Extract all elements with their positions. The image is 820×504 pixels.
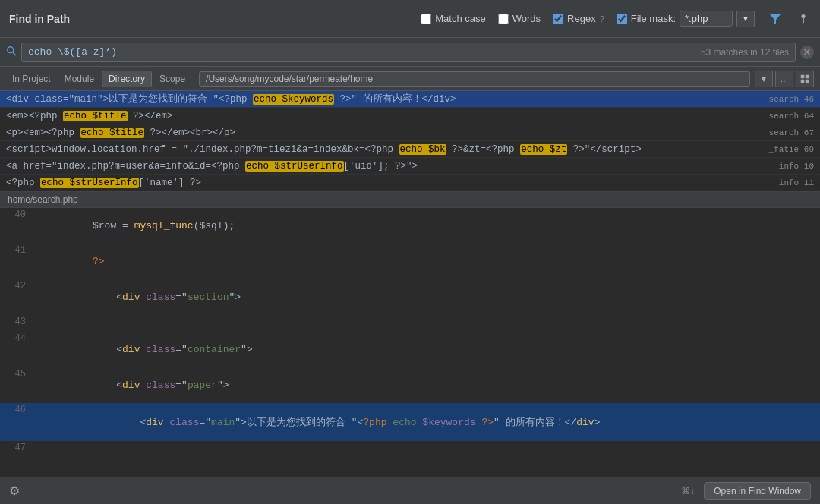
match-case-checkbox[interactable]: [421, 14, 431, 24]
pin-icon: [798, 14, 809, 24]
line-number: 46: [3, 403, 33, 415]
scope-path-buttons: ▼ …: [755, 71, 814, 87]
code-line-highlighted: 46 <div class="main">以下是为您找到的符合 "<?php e…: [0, 403, 820, 441]
svg-rect-7: [801, 79, 805, 83]
result-code: <script>window.location.href = "./index.…: [6, 144, 763, 155]
result-row[interactable]: <div class="main">以下是为您找到的符合 "<?php echo…: [0, 91, 820, 108]
tab-in-project[interactable]: In Project: [6, 71, 57, 87]
line-content: <ul class="list-unstyled">: [33, 441, 820, 454]
words-label[interactable]: Words: [512, 13, 541, 24]
words-option: Words: [498, 13, 541, 24]
match-case-option: Match case: [421, 13, 485, 24]
search-bar: echo \$([a-z]*) 53 matches in 12 files ×: [0, 38, 820, 67]
results-list: <div class="main">以下是为您找到的符合 "<?php echo…: [0, 91, 820, 191]
result-code: <p><em><?php echo $title ?></em><br></p>: [6, 128, 763, 138]
line-content: <div class="container">: [33, 332, 820, 367]
search-query: echo \$([a-z]*): [28, 46, 701, 58]
toolbar: Find in Path Match case Words Regex ? Fi…: [0, 0, 820, 38]
result-file: info 11: [779, 178, 814, 187]
result-row[interactable]: <a href="index.php?m=user&a=info&id=<?ph…: [0, 158, 820, 175]
file-label: home/search.php: [0, 191, 820, 208]
file-mask-checkbox[interactable]: [617, 14, 627, 24]
line-number: 41: [3, 244, 33, 256]
result-row[interactable]: <?php echo $strUserInfo['name'] ?> info …: [0, 175, 820, 191]
line-number: 47: [3, 441, 33, 453]
line-number: 40: [3, 208, 33, 220]
result-file: search 64: [769, 112, 814, 121]
status-bar: ⚙ ⌘↓ Open in Find Window: [0, 477, 820, 504]
filter-icon: [769, 13, 781, 25]
result-code: <em><?php echo $title ?></em>: [6, 111, 763, 121]
result-code: <a href="index.php?m=user&a=info&id=<?ph…: [6, 161, 773, 172]
svg-marker-0: [770, 14, 781, 24]
code-editor: ⚙ C F S O 40 $row = mysql_func($sql); 41…: [0, 208, 820, 454]
scope-recursive-btn[interactable]: [796, 71, 814, 87]
pin-icon-btn[interactable]: [796, 11, 811, 27]
regex-hint: ?: [600, 14, 604, 24]
file-mask-input[interactable]: [680, 11, 733, 27]
scope-path: /Users/song/mycode/star/permeate/home: [199, 71, 750, 87]
result-row[interactable]: <script>window.location.href = "./index.…: [0, 141, 820, 158]
line-number: 42: [3, 279, 33, 291]
svg-rect-2: [803, 18, 804, 23]
result-file: _fatie 69: [769, 145, 814, 154]
search-input-wrap: echo \$([a-z]*) 53 matches in 12 files: [21, 43, 796, 62]
tab-module[interactable]: Module: [58, 71, 100, 87]
filter-icon-btn[interactable]: [767, 11, 784, 27]
file-mask-label[interactable]: File mask:: [631, 13, 676, 24]
search-close-btn[interactable]: ×: [800, 46, 814, 59]
code-line: 45 <div class="paper">: [0, 367, 820, 403]
search-icon: [6, 46, 17, 58]
settings-icon-btn[interactable]: ⚙: [9, 484, 20, 498]
regex-label[interactable]: Regex: [567, 13, 596, 24]
regex-option: Regex ?: [553, 13, 604, 24]
line-content: <div class="section">: [33, 279, 820, 315]
result-row[interactable]: <em><?php echo $title ?></em> search 64: [0, 108, 820, 124]
scope-path-browse-btn[interactable]: ▼: [755, 71, 773, 87]
keyboard-shortcut: ⌘↓: [681, 486, 695, 496]
code-line: 47 <ul class="list-unstyled">: [0, 441, 820, 454]
code-line: 40 $row = mysql_func($sql);: [0, 208, 820, 244]
svg-rect-6: [806, 74, 809, 78]
result-row[interactable]: <p><em><?php echo $title ?></em><br></p>…: [0, 124, 820, 141]
scope-path-more-btn[interactable]: …: [775, 71, 793, 87]
match-case-label[interactable]: Match case: [435, 13, 485, 24]
open-find-window-btn[interactable]: Open in Find Window: [704, 482, 811, 500]
line-content: <div class="main">以下是为您找到的符合 "<?php echo…: [33, 403, 820, 441]
result-file: search 67: [769, 128, 814, 137]
file-mask-dropdown[interactable]: ▼: [736, 11, 755, 27]
match-count: 53 matches in 12 files: [701, 47, 789, 58]
line-content: ?>: [33, 244, 820, 279]
line-number: 44: [3, 332, 33, 344]
file-mask-option: File mask: ▼: [617, 11, 755, 27]
result-code: <div class="main">以下是为您找到的符合 "<?php echo…: [6, 93, 763, 106]
svg-rect-8: [806, 79, 809, 83]
tab-scope[interactable]: Scope: [153, 71, 191, 87]
tab-directory[interactable]: Directory: [102, 71, 152, 87]
line-number: 45: [3, 367, 33, 380]
scope-bar: In Project Module Directory Scope /Users…: [0, 67, 820, 91]
svg-point-1: [801, 14, 805, 17]
svg-rect-5: [801, 74, 805, 78]
svg-point-3: [8, 47, 14, 53]
toolbar-title: Find in Path: [9, 13, 70, 25]
regex-checkbox[interactable]: [553, 14, 563, 24]
code-line: 44 <div class="container">: [0, 332, 820, 367]
line-content: <div class="paper">: [33, 367, 820, 403]
words-checkbox[interactable]: [498, 14, 509, 24]
svg-line-4: [13, 52, 16, 55]
code-line: 41 ?>: [0, 244, 820, 279]
code-line: 43: [0, 315, 820, 332]
code-line: 42 <div class="section">: [0, 279, 820, 315]
result-code: <?php echo $strUserInfo['name'] ?>: [6, 178, 773, 188]
result-file: search 46: [769, 95, 814, 104]
line-content: [33, 315, 820, 328]
line-number: 43: [3, 315, 33, 327]
result-file: info 10: [779, 162, 814, 171]
line-content: $row = mysql_func($sql);: [33, 208, 820, 244]
